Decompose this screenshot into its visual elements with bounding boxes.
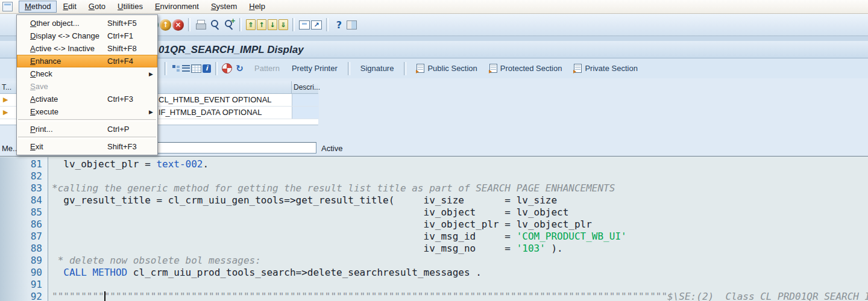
refresh-icon[interactable]: ↻ bbox=[233, 63, 246, 75]
row-expand-icon[interactable]: ▶ bbox=[3, 96, 8, 104]
row-expand-icon[interactable]: ▶ bbox=[3, 108, 8, 116]
menu-item-execute[interactable]: Execute▶ bbox=[17, 105, 157, 118]
create-shortcut-icon-glyph: ↗ bbox=[313, 21, 319, 29]
code-line-90: 90 CALL METHOD cl_crm_uiu_prod_tools_sea… bbox=[0, 267, 868, 279]
code-indent bbox=[52, 158, 63, 170]
code-text: iv_object_plr = lv_object_plr bbox=[52, 219, 592, 231]
row-text: CL_HTMLB_EVENT OPTIONAL bbox=[159, 95, 272, 104]
code-token: ). bbox=[546, 243, 563, 254]
toolbar-separator bbox=[188, 18, 190, 31]
code-lines: 81 lv_object_plr = text-002.8283*calling… bbox=[0, 158, 868, 301]
menu-item-print[interactable]: Print...Ctrl+P bbox=[17, 123, 157, 135]
customize-layout-icon[interactable] bbox=[347, 20, 357, 29]
menu-item-exit[interactable]: ExitShift+F3 bbox=[17, 140, 157, 153]
menubar-item-goto[interactable]: Goto bbox=[83, 1, 112, 13]
menubar-item-system[interactable]: System bbox=[205, 1, 243, 13]
code-token: cl_crm_uiu_prod_tools_search=>delete_sea… bbox=[127, 267, 482, 278]
page-title: 01QR_SEARCH_IMPL Display bbox=[159, 44, 304, 56]
toolbar-separator bbox=[239, 18, 242, 31]
line-number: 88 bbox=[0, 243, 42, 255]
create-shortcut-icon[interactable]: ↗ bbox=[311, 20, 322, 29]
menubar-item-help[interactable]: Help bbox=[243, 1, 271, 13]
submenu-arrow-icon: ▶ bbox=[149, 109, 153, 115]
menu-shortcut: Shift+F3 bbox=[107, 142, 137, 151]
menu-item-label: Print... bbox=[30, 125, 53, 134]
sort-icon[interactable] bbox=[182, 65, 190, 72]
status-text: Active bbox=[321, 144, 342, 153]
code-text: lv_object_plr = text-002. bbox=[52, 158, 209, 170]
page-down-icon-glyph: ↓ bbox=[269, 21, 275, 29]
help-icon-glyph: ? bbox=[336, 19, 342, 31]
column-header-description: Descri... bbox=[294, 83, 320, 92]
code-token: text-002 bbox=[156, 158, 203, 170]
column-header-left: T... bbox=[2, 83, 11, 92]
menubar-item-edit[interactable]: Edit bbox=[57, 1, 82, 13]
code-text: iv_object = lv_object bbox=[52, 206, 568, 219]
button-signature[interactable]: Signature bbox=[356, 63, 399, 74]
code-token: iv_object = lv_object bbox=[424, 206, 569, 218]
first-page-icon[interactable]: ⇑ bbox=[246, 19, 256, 30]
code-editor[interactable]: 81 lv_object_plr = text-002.8283*calling… bbox=[0, 156, 868, 301]
menu-shortcut: Ctrl+P bbox=[107, 125, 129, 134]
code-token: *calling the generic method for getting … bbox=[52, 182, 615, 194]
menu-item-active-inactive[interactable]: Active <-> InactiveShift+F8 bbox=[17, 42, 157, 55]
find-icon[interactable] bbox=[209, 19, 221, 31]
system-menu-icon[interactable] bbox=[2, 2, 13, 11]
menu-item-label: Check bbox=[30, 69, 52, 78]
menu-item-label: Enhance bbox=[30, 57, 61, 66]
menu-item-check[interactable]: Check▶ bbox=[17, 67, 157, 80]
menubar-item-method[interactable]: Method bbox=[19, 1, 57, 13]
code-token: gv_result_title = cl_crm_uiu_gen_tools=>… bbox=[63, 194, 557, 206]
button-public-section[interactable]: Public Section bbox=[412, 63, 482, 74]
new-session-icon[interactable] bbox=[299, 20, 310, 29]
public-section-icon bbox=[417, 64, 424, 73]
hierarchy-icon[interactable] bbox=[171, 64, 181, 73]
where-used-icon[interactable] bbox=[222, 63, 232, 73]
cancel-icon[interactable]: × bbox=[172, 19, 184, 31]
menu-item-display-change[interactable]: Display <-> ChangeCtrl+F1 bbox=[17, 29, 157, 42]
code-token: iv_msg_no = bbox=[424, 243, 517, 254]
code-indent bbox=[52, 255, 58, 266]
code-indent bbox=[52, 243, 424, 254]
button-protected-section[interactable]: Protected Section bbox=[485, 63, 567, 74]
menu-shortcut: Ctrl+F1 bbox=[107, 31, 133, 40]
menubar-items: MethodEditGotoUtilitiesEnvironmentSystem… bbox=[19, 1, 271, 13]
code-token: $\SE:(2) Class CL_PRD01QR_SEARCH_IMPL, bbox=[667, 291, 868, 301]
code-text: gv_result_title = cl_crm_uiu_gen_tools=>… bbox=[52, 194, 557, 206]
menu-item-activate[interactable]: ActivateCtrl+F3 bbox=[17, 93, 157, 105]
page-down-icon[interactable]: ↓ bbox=[268, 19, 277, 30]
method-dropdown-menu: Other object...Shift+F5Display <-> Chang… bbox=[16, 14, 158, 155]
menu-item-enhance[interactable]: EnhanceCtrl+F4 bbox=[17, 55, 157, 67]
code-indent bbox=[52, 206, 424, 218]
button-label: Pretty Printer bbox=[292, 64, 338, 73]
menubar-item-utilities[interactable]: Utilities bbox=[112, 1, 149, 13]
exit-icon[interactable]: ↑ bbox=[160, 19, 171, 31]
menu-item-other-object[interactable]: Other object...Shift+F5 bbox=[17, 17, 157, 29]
page-up-icon[interactable]: ↑ bbox=[257, 19, 266, 30]
line-number: 92 bbox=[0, 291, 42, 301]
application-toolbar-buttons: PatternPretty PrinterSignaturePublic Sec… bbox=[250, 62, 643, 75]
line-number: 81 bbox=[0, 158, 42, 170]
last-page-icon[interactable]: ⇓ bbox=[278, 19, 288, 30]
info-icon-glyph: i bbox=[206, 64, 208, 72]
code-line-88: 88 iv_msg_no = '103' ). bbox=[0, 243, 868, 255]
row-text: IF_HTMLB_DATA OPTIONAL bbox=[159, 108, 262, 117]
protected-section-icon bbox=[489, 64, 497, 73]
find-next-icon[interactable]: + bbox=[222, 19, 235, 31]
line-number: 85 bbox=[0, 206, 42, 219]
help-icon[interactable]: ? bbox=[333, 19, 345, 31]
menu-item-save: Save bbox=[17, 80, 157, 93]
code-text: """"""""""""""""""""""""""""""""""""""""… bbox=[52, 291, 868, 301]
button-private-section[interactable]: Private Section bbox=[569, 63, 642, 74]
info-icon[interactable]: i bbox=[203, 64, 211, 73]
button-pretty-printer[interactable]: Pretty Printer bbox=[287, 63, 342, 74]
print-icon[interactable] bbox=[195, 19, 207, 31]
submenu-arrow-icon: ▶ bbox=[149, 71, 153, 77]
menu-separator bbox=[18, 137, 156, 139]
code-token: 'COM_PRODUCT_WB_UI' bbox=[517, 231, 627, 242]
text-caret bbox=[104, 291, 105, 301]
code-line-84: 84 gv_result_title = cl_crm_uiu_gen_tool… bbox=[0, 194, 868, 206]
menubar-item-environment[interactable]: Environment bbox=[149, 1, 205, 13]
table-settings-icon[interactable] bbox=[191, 64, 201, 73]
line-number: 83 bbox=[0, 182, 42, 194]
